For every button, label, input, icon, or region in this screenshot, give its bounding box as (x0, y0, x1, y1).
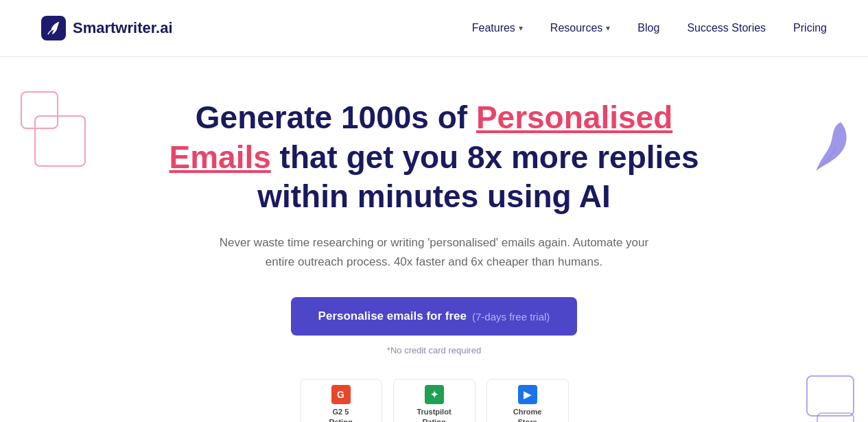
cta-label: Personalise emails for free (318, 309, 467, 323)
cs-logo: ▶ (518, 385, 537, 404)
g2-logo: G (331, 385, 351, 404)
badge-chrome: ▶ ChromeStore ★ ★ ★ ★ ★ 2022 (486, 379, 569, 422)
chevron-down-icon: ▾ (606, 23, 610, 33)
nav-resources[interactable]: Resources ▾ (550, 22, 610, 34)
logo-icon (41, 16, 66, 40)
g2-title: G2 5Rating (329, 407, 352, 422)
cta-trial-text: (7-days free trial) (472, 311, 550, 323)
nav-links: Features ▾ Resources ▾ Blog Success Stor… (472, 22, 827, 34)
deco-top-right (810, 119, 847, 183)
deco-rect-br1 (806, 375, 854, 417)
navbar: Smartwriter.ai Features ▾ Resources ▾ Bl… (0, 0, 868, 57)
quill-icon (46, 21, 61, 36)
heading-part1: Generate 1000s of (196, 99, 476, 135)
badges-row: G G2 5Rating ★ ★ ★ ★ ★ 2022 ✦ Trustpilot… (300, 379, 569, 422)
badge-trustpilot: ✦ TrustpilotRating ★ ★ ★ ★ ★ 2022 (393, 379, 476, 422)
deco-top-left (21, 91, 86, 167)
nav-pricing[interactable]: Pricing (793, 22, 827, 34)
nav-success-stories[interactable]: Success Stories (687, 22, 766, 34)
logo-text: Smartwriter.ai (73, 19, 173, 37)
hero-heading: Generate 1000s of Personalised Emails th… (153, 98, 716, 217)
tp-logo: ✦ (425, 385, 444, 404)
logo[interactable]: Smartwriter.ai (41, 16, 173, 40)
badge-g2: G G2 5Rating ★ ★ ★ ★ ★ 2022 (300, 379, 382, 422)
feather-top-right-icon (810, 137, 847, 183)
nav-features[interactable]: Features ▾ (472, 22, 523, 34)
chevron-down-icon: ▾ (519, 23, 523, 33)
hero-section: Generate 1000s of Personalised Emails th… (0, 57, 868, 422)
hero-subtext: Never waste time researching or writing … (215, 233, 654, 273)
no-card-text: *No credit card required (387, 345, 481, 355)
deco-rect-br2 (817, 412, 854, 422)
cs-title: ChromeStore (513, 407, 542, 422)
tp-title: TrustpilotRating (417, 407, 451, 422)
nav-blog[interactable]: Blog (637, 22, 659, 34)
heading-part2: that get you 8x more replies within minu… (257, 139, 699, 215)
cta-button[interactable]: Personalise emails for free (7-days free… (291, 297, 578, 336)
deco-bottom-right (806, 375, 854, 422)
deco-rect-large (34, 115, 86, 167)
